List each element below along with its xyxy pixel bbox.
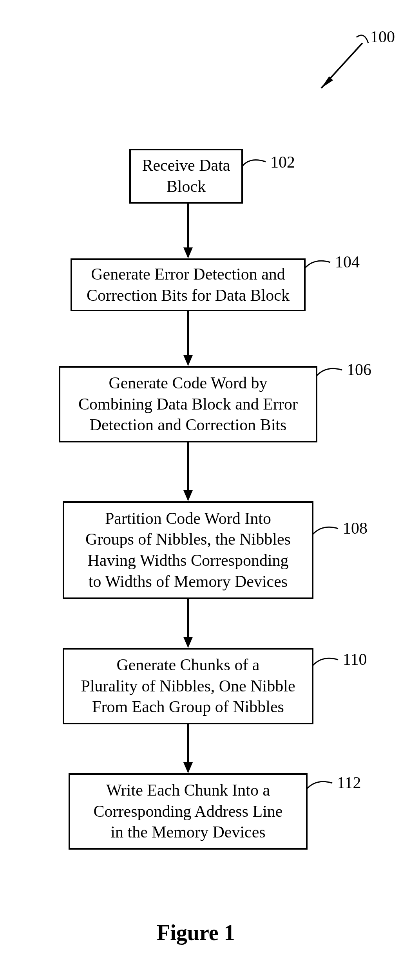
svg-marker-3 bbox=[183, 247, 193, 258]
svg-marker-7 bbox=[183, 490, 193, 501]
leader-108 bbox=[309, 521, 348, 544]
flow-node-text: Generate Chunks of aPlurality of Nibbles… bbox=[81, 655, 295, 718]
flow-node-text: Write Each Chunk Into aCorresponding Add… bbox=[94, 780, 283, 843]
flow-node-110: Generate Chunks of aPlurality of Nibbles… bbox=[63, 648, 313, 724]
flow-node-text: Partition Code Word IntoGroups of Nibble… bbox=[85, 508, 291, 592]
figure-ref-leader bbox=[306, 33, 372, 100]
svg-marker-5 bbox=[183, 355, 193, 366]
figure-ref-label: 100 bbox=[370, 27, 395, 46]
leader-104 bbox=[301, 254, 340, 278]
flow-node-104: Generate Error Detection andCorrection B… bbox=[71, 258, 306, 311]
svg-marker-9 bbox=[183, 637, 193, 648]
node-label-110: 110 bbox=[343, 650, 367, 669]
arrow-104-106 bbox=[176, 311, 200, 370]
flow-node-108: Partition Code Word IntoGroups of Nibble… bbox=[63, 501, 313, 599]
arrow-102-104 bbox=[176, 204, 200, 262]
flow-node-102: Receive DataBlock bbox=[129, 149, 243, 204]
flow-node-text: Generate Error Detection andCorrection B… bbox=[87, 264, 290, 306]
leader-106 bbox=[313, 362, 352, 386]
flow-node-106: Generate Code Word byCombining Data Bloc… bbox=[59, 366, 317, 442]
svg-line-0 bbox=[321, 43, 362, 88]
svg-marker-11 bbox=[183, 762, 193, 773]
svg-marker-1 bbox=[321, 76, 333, 88]
node-label-108: 108 bbox=[343, 519, 368, 538]
flow-node-text: Generate Code Word byCombining Data Bloc… bbox=[78, 373, 298, 436]
flow-node-112: Write Each Chunk Into aCorresponding Add… bbox=[69, 773, 308, 850]
arrow-108-110 bbox=[176, 599, 200, 652]
node-label-102: 102 bbox=[270, 153, 295, 171]
leader-110 bbox=[309, 652, 348, 675]
node-label-112: 112 bbox=[337, 773, 361, 792]
leader-112 bbox=[303, 775, 342, 799]
node-label-106: 106 bbox=[347, 360, 371, 379]
flow-node-text: Receive DataBlock bbox=[142, 155, 230, 197]
arrow-110-112 bbox=[176, 724, 200, 777]
diagram-canvas: 100 Receive DataBlock 102 Generate Error… bbox=[0, 0, 420, 980]
node-label-104: 104 bbox=[335, 253, 360, 271]
figure-caption: Figure 1 bbox=[157, 920, 235, 945]
arrow-106-108 bbox=[176, 442, 200, 505]
